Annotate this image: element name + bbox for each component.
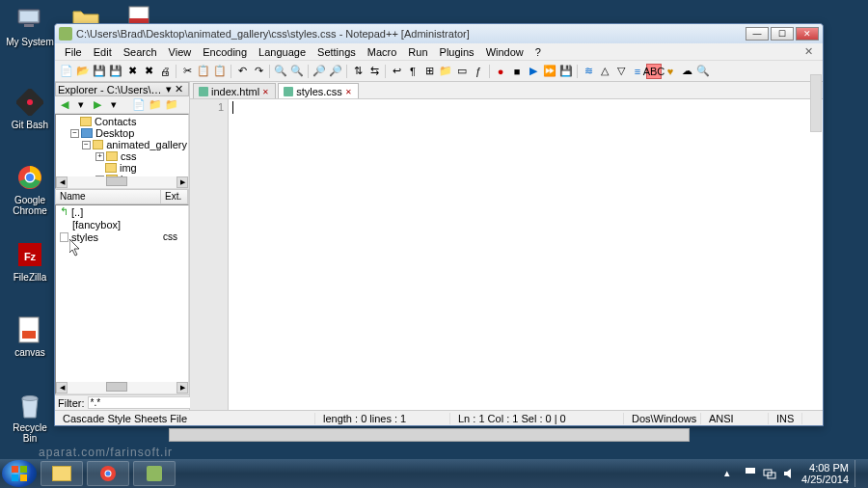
editor-body[interactable]: 1	[190, 99, 823, 410]
udl-icon[interactable]: 📁	[438, 64, 453, 79]
sync-v-icon[interactable]: ⇅	[350, 64, 366, 79]
show-desktop-button[interactable]	[854, 460, 860, 487]
menu-window[interactable]: Window	[480, 46, 529, 58]
doc-map-icon[interactable]: ▭	[454, 64, 470, 79]
taskbar-chrome-button[interactable]	[87, 461, 129, 486]
secondary-close-button[interactable]: ✕	[799, 45, 819, 58]
play-macro-icon[interactable]: ▶	[526, 64, 541, 79]
file-row-up[interactable]: ↰[..]	[56, 205, 188, 218]
scroll-right-icon[interactable]: ▶	[176, 176, 188, 188]
tab-close-icon[interactable]: ✕	[345, 88, 353, 95]
tree-item-css[interactable]: +css	[57, 150, 187, 162]
desktop-icon-filezilla[interactable]: Fz FileZilla	[6, 239, 54, 283]
desktop-icon-recycle-bin[interactable]: Recycle Bin	[6, 390, 54, 444]
explorer-header[interactable]: Explorer - C:\Users\Brad\Desktop\a... ▾ …	[55, 82, 189, 96]
menu-edit[interactable]: Edit	[88, 46, 118, 58]
plugin2-icon[interactable]: ☁	[679, 64, 694, 79]
explorer-toggle-icon[interactable]: 🔍	[695, 64, 711, 79]
next-icon[interactable]: ▶	[91, 98, 104, 112]
taskbar-explorer-button[interactable]	[41, 461, 83, 486]
find-icon[interactable]: 🔍	[273, 64, 288, 79]
dropdown-icon[interactable]: ▾	[107, 98, 121, 112]
spell-check-icon[interactable]: ABC	[646, 64, 662, 79]
replace-icon[interactable]: 🔍	[289, 64, 305, 79]
collapse-icon[interactable]: −	[70, 129, 79, 138]
close-all-icon[interactable]: ✖	[141, 64, 156, 79]
network-icon[interactable]	[763, 467, 776, 480]
titlebar[interactable]: C:\Users\Brad\Desktop\animated_gallery\c…	[55, 24, 823, 43]
compare-icon[interactable]: ≋	[581, 64, 596, 79]
dropdown-icon[interactable]: ▾	[74, 98, 88, 112]
taskbar-notepadpp-button[interactable]	[133, 461, 176, 486]
redo-icon[interactable]: ↷	[251, 64, 266, 79]
maximize-button[interactable]: ☐	[771, 27, 794, 41]
scroll-right-icon[interactable]: ▶	[176, 382, 188, 393]
cut-icon[interactable]: ✂	[179, 64, 195, 79]
menu-plugins[interactable]: Plugins	[434, 46, 480, 58]
menu-language[interactable]: Language	[253, 46, 312, 58]
menu-encoding[interactable]: Encoding	[197, 46, 253, 58]
function-list-icon[interactable]: ƒ	[471, 64, 486, 79]
save-icon[interactable]: 💾	[92, 64, 107, 79]
code-area[interactable]	[229, 99, 823, 410]
menu-settings[interactable]: Settings	[312, 46, 362, 58]
tree-scrollbar[interactable]: ◀ ▶	[56, 176, 188, 188]
start-button[interactable]	[2, 460, 37, 487]
plugin-icon[interactable]: ♥	[663, 64, 678, 79]
desktop-icon-chrome[interactable]: Google Chrome	[6, 162, 54, 216]
scroll-left-icon[interactable]: ◀	[56, 382, 68, 393]
desktop-icon-git-bash[interactable]: Git Bash	[6, 87, 54, 130]
new-file-icon[interactable]: 📄	[132, 98, 146, 112]
tree-item-desktop[interactable]: −Desktop	[57, 127, 187, 139]
menu-macro[interactable]: Macro	[362, 46, 403, 58]
close-file-icon[interactable]: ✖	[124, 64, 140, 79]
prev-icon[interactable]: ◀	[58, 98, 71, 112]
paste-icon[interactable]: 📋	[212, 64, 228, 79]
desktop-icon-canvas[interactable]: canvas	[6, 314, 54, 358]
expand-icon[interactable]: +	[95, 152, 104, 161]
scroll-left-icon[interactable]: ◀	[56, 176, 68, 188]
sync-h-icon[interactable]: ⇆	[366, 64, 382, 79]
open-file-icon[interactable]: 📂	[75, 64, 91, 79]
zoom-in-icon[interactable]: 🔎	[312, 64, 327, 79]
tree-item-img[interactable]: img	[57, 162, 187, 174]
tab-close-icon[interactable]: ✕	[262, 88, 270, 95]
show-all-chars-icon[interactable]: ¶	[405, 64, 420, 79]
menu-help[interactable]: ?	[529, 46, 547, 58]
desktop-icon-my-system[interactable]: My System	[6, 4, 54, 47]
tab-styles-css[interactable]: styles.css ✕	[278, 83, 359, 98]
find-icon[interactable]: 📁	[165, 98, 178, 112]
compare-nav-icon[interactable]: ▽	[613, 64, 629, 79]
print-icon[interactable]: 🖨	[157, 64, 173, 79]
new-folder-icon[interactable]: 📁	[149, 98, 162, 112]
minimize-button[interactable]: —	[746, 27, 769, 41]
menu-search[interactable]: Search	[118, 46, 163, 58]
stop-macro-icon[interactable]: ■	[509, 64, 525, 79]
filelist-scrollbar[interactable]: ◀ ▶	[56, 382, 188, 393]
menu-view[interactable]: View	[163, 46, 198, 58]
show-hidden-icons-icon[interactable]: ▴	[724, 467, 738, 480]
undo-icon[interactable]: ↶	[234, 64, 250, 79]
save-all-icon[interactable]: 💾	[108, 64, 123, 79]
wordwrap-icon[interactable]: ↩	[389, 64, 404, 79]
tree-item-contacts[interactable]: Contacts	[57, 116, 187, 127]
save-macro-icon[interactable]: 💾	[558, 64, 574, 79]
collapse-icon[interactable]: −	[82, 141, 91, 149]
tree-item-animated-gallery[interactable]: −animated_gallery	[57, 139, 187, 150]
compare-clear-icon[interactable]: △	[597, 64, 612, 79]
zoom-out-icon[interactable]: 🔎	[328, 64, 343, 79]
file-row-fancybox[interactable]: [fancybox]	[56, 218, 188, 230]
menu-run[interactable]: Run	[402, 46, 433, 58]
menu-file[interactable]: File	[59, 46, 88, 58]
file-row-styles[interactable]: stylescss	[56, 230, 188, 243]
copy-icon[interactable]: 📋	[196, 64, 211, 79]
play-multiple-icon[interactable]: ⏩	[542, 64, 557, 79]
action-center-icon[interactable]	[744, 467, 757, 480]
column-ext[interactable]: Ext.	[161, 190, 188, 203]
volume-icon[interactable]	[782, 467, 796, 480]
close-button[interactable]: ✕	[796, 27, 819, 41]
indent-guide-icon[interactable]: ⊞	[421, 64, 437, 79]
column-name[interactable]: Name	[56, 190, 161, 203]
record-macro-icon[interactable]: ●	[493, 64, 508, 79]
taskbar-clock[interactable]: 4:08 PM 4/25/2014	[801, 462, 849, 485]
